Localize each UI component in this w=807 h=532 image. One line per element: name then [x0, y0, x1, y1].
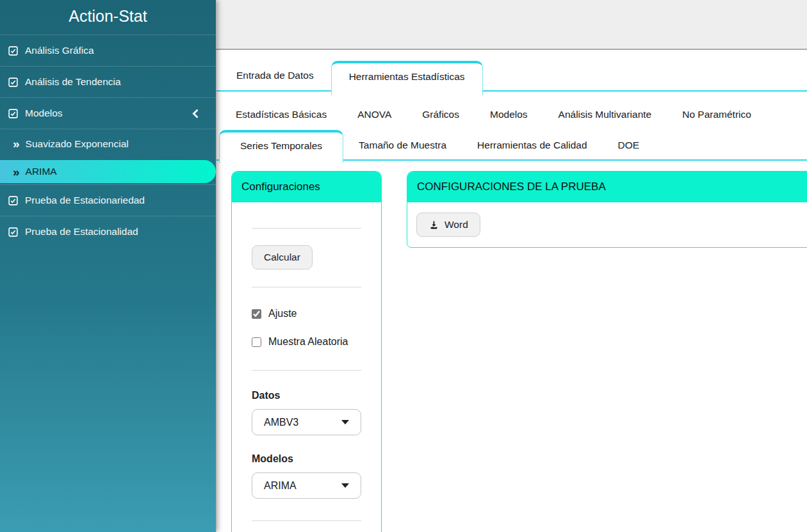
download-icon — [428, 220, 439, 230]
configurations-panel-body: Calcular Ajuste Muestra Aleatoria Datos … — [232, 228, 381, 532]
muestra-aleatoria-checkbox-label: Muestra Aleatoria — [268, 336, 348, 348]
tab-tamano-de-muestra[interactable]: Tamaño de Muestra — [343, 131, 462, 159]
muestra-aleatoria-checkbox[interactable] — [252, 337, 261, 347]
ajuste-checkbox-row: Ajuste — [252, 308, 361, 319]
modelos-select[interactable]: ARIMA — [252, 472, 361, 499]
test-configurations-panel-body: Word — [407, 202, 807, 247]
sidebar-item-label: Suavizado Exponencial — [26, 138, 129, 150]
configurations-panel: Configuraciones Calcular Ajuste Muestra … — [231, 171, 382, 532]
tab-series-temporales[interactable]: Series Temporales — [219, 130, 343, 163]
sidebar-item-label: Análisis de Tendencia — [25, 76, 121, 88]
divider — [252, 370, 361, 371]
tab-anova[interactable]: ANOVA — [342, 101, 407, 129]
sidebar-item-label: Modelos — [25, 108, 63, 119]
tab-herramientas-de-calidad[interactable]: Herramientas de Calidad — [462, 131, 602, 159]
sub-tab-row-2: Series Temporales Tamaño de Muestra Herr… — [216, 130, 807, 161]
ajuste-checkbox[interactable] — [252, 309, 261, 319]
modelos-select-value: ARIMA — [264, 480, 297, 492]
calcular-button[interactable]: Calcular — [252, 245, 313, 270]
tab-doe[interactable]: DOE — [603, 131, 655, 159]
sidebar-item-prueba-estacionariedad[interactable]: Prueba de Estacionariedad — [0, 184, 216, 216]
chevron-double-right-icon: » — [13, 166, 20, 178]
datos-select[interactable]: AMBV3 — [252, 409, 361, 435]
sidebar-item-label: Prueba de Estacionariedad — [25, 195, 145, 206]
content-card: Entrada de Datos Herramientas Estadístic… — [216, 50, 807, 532]
sidebar-item-prueba-estacionalidad[interactable]: Prueba de Estacionalidad — [0, 216, 216, 247]
ajuste-checkbox-label: Ajuste — [268, 308, 297, 319]
divider — [252, 520, 361, 521]
sidebar-item-label: Prueba de Estacionalidad — [25, 226, 138, 238]
sidebar-item-label: Análisis Gráfica — [25, 45, 94, 56]
caret-down-icon — [341, 483, 349, 488]
tab-modelos[interactable]: Modelos — [475, 101, 543, 129]
divider — [252, 228, 361, 229]
main-content: Entrada de Datos Herramientas Estadístic… — [216, 0, 807, 532]
panels-row: Configuraciones Calcular Ajuste Muestra … — [216, 171, 807, 532]
sidebar-item-suavizado-exponencial[interactable]: » Suavizado Exponencial — [0, 129, 216, 157]
datos-select-value: AMBV3 — [264, 417, 298, 428]
chevron-double-right-icon: » — [13, 138, 20, 150]
word-export-button[interactable]: Word — [416, 213, 480, 237]
checkbox-marked-icon — [8, 45, 19, 56]
sidebar-item-modelos[interactable]: Modelos — [0, 97, 216, 129]
sidebar-item-arima-active[interactable]: » ARIMA — [0, 160, 216, 183]
tab-estadisticas-basicas[interactable]: Estadísticas Básicas — [220, 101, 342, 129]
test-configurations-panel: CONFIGURACIONES DE LA PRUEBA Word — [407, 171, 807, 248]
tab-entrada-de-datos[interactable]: Entrada de Datos — [219, 61, 331, 90]
sidebar-item-analisis-tendencia[interactable]: Análisis de Tendencia — [0, 66, 216, 97]
tab-graficos[interactable]: Gráficos — [407, 101, 475, 129]
main-tab-bar: Entrada de Datos Herramientas Estadístic… — [216, 61, 807, 92]
checkbox-marked-icon — [8, 195, 19, 206]
word-export-button-label: Word — [444, 219, 468, 230]
sub-tab-row-1: Estadísticas Básicas ANOVA Gráficos Mode… — [216, 101, 807, 129]
tab-herramientas-estadisticas[interactable]: Herramientas Estadísticas — [331, 61, 483, 95]
top-toolbar — [216, 0, 807, 50]
divider — [252, 287, 361, 287]
caret-down-icon — [341, 420, 349, 424]
tab-analisis-multivariante[interactable]: Análisis Multivariante — [543, 101, 667, 129]
muestra-aleatoria-checkbox-row: Muestra Aleatoria — [252, 336, 361, 348]
app-title: Action-Stat — [0, 0, 216, 35]
modelos-label: Modelos — [252, 453, 361, 465]
sidebar: Action-Stat Análisis Gráfica Análisis de… — [0, 0, 216, 532]
checkbox-marked-icon — [8, 227, 19, 238]
test-configurations-panel-title: CONFIGURACIONES DE LA PRUEBA — [407, 172, 807, 202]
sidebar-item-analisis-grafica[interactable]: Análisis Gráfica — [0, 35, 216, 66]
sidebar-item-label: ARIMA — [26, 166, 57, 177]
chevron-left-icon — [191, 109, 199, 118]
checkbox-marked-icon — [8, 77, 19, 88]
tab-no-parametrico[interactable]: No Paramétrico — [667, 101, 767, 129]
checkbox-marked-icon — [8, 108, 19, 119]
configurations-panel-title: Configuraciones — [232, 172, 381, 202]
sub-tab-bar: Estadísticas Básicas ANOVA Gráficos Mode… — [216, 101, 807, 161]
datos-label: Datos — [252, 390, 361, 401]
